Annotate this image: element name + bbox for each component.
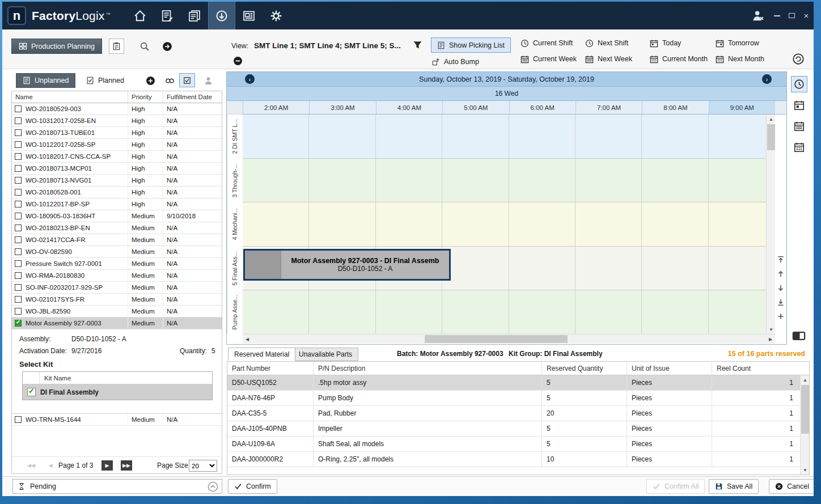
work-order-row[interactable]: WO-10122017-0258-SP High N/A (12, 139, 222, 151)
show-picking-list-button[interactable]: Show Picking List (431, 37, 511, 53)
material-scrollbar[interactable]: ▲ ▼ (800, 375, 809, 475)
work-order-row[interactable]: Pressure Switch 927-0001 Medium N/A (12, 258, 222, 270)
row-checkbox[interactable] (15, 248, 22, 255)
scroll-down-icon[interactable]: ▼ (767, 325, 776, 334)
auto-bump-button[interactable]: Auto Bump (432, 56, 479, 68)
move-up-icon[interactable] (776, 269, 785, 278)
column-fulfillment-date[interactable]: Fulfillment Date (163, 91, 222, 103)
cancel-button[interactable]: Cancel (769, 479, 814, 494)
confirm-button[interactable]: Confirm (228, 479, 277, 494)
row-checkbox[interactable] (15, 416, 22, 423)
row-checkbox[interactable] (15, 308, 22, 315)
row-checkbox[interactable] (15, 129, 22, 136)
row-checkbox[interactable] (15, 213, 22, 219)
row-checkbox[interactable] (15, 272, 22, 279)
nav-settings[interactable] (263, 2, 290, 29)
tab-unavailable-parts[interactable]: Unavailable Parts (293, 348, 358, 361)
work-order-row[interactable]: WO-20180713-TUBE01 High N/A (12, 127, 222, 139)
tomorrow-button[interactable]: Tomorrow (716, 37, 759, 49)
hour-header-cell[interactable]: 9:00 AM (709, 101, 775, 114)
view-value[interactable]: SMT Line 1; SMT Line 4; SMT Line 5; S... (254, 41, 401, 50)
material-row[interactable]: DAA-J000000R2 O-Ring, 2.25", all models … (227, 452, 809, 467)
today-button[interactable]: Today (650, 37, 681, 49)
material-row[interactable]: DAA-U109-6A Shaft Seal, all models 5 Pie… (227, 437, 809, 452)
gantt-horizontal-scrollbar[interactable]: ◀ ▶ (243, 334, 775, 344)
week-view-button[interactable] (791, 118, 807, 134)
next-range-icon[interactable]: › (762, 74, 772, 84)
pending-status-box[interactable]: Pending (12, 479, 222, 494)
gantt-resource-row[interactable]: 2 DI SMT L... (243, 115, 775, 159)
prev-page-button[interactable]: ◀ (45, 460, 56, 471)
gantt-vertical-scrollbar[interactable]: ▲ ▼ (766, 115, 775, 334)
row-checkbox[interactable] (15, 201, 22, 207)
current-shift-button[interactable]: Current Shift (520, 37, 573, 49)
current-week-button[interactable]: Current Week (520, 53, 577, 65)
hour-header-cell[interactable]: 4:00 AM (376, 101, 442, 114)
row-checkbox[interactable] (15, 117, 22, 124)
row-checkbox[interactable] (15, 225, 22, 231)
row-checkbox[interactable] (15, 284, 22, 291)
work-order-row[interactable]: WO-180905-03-1836HT Medium 9/10/2018 (12, 210, 222, 222)
work-order-row[interactable]: WO-20180713-MCP01 High N/A (12, 163, 222, 175)
material-row[interactable]: DAA-C35-5 Pad, Rubber 20 Pieces 1 (227, 406, 809, 421)
work-order-row[interactable]: WO-JBL-82590 Medium N/A (12, 306, 222, 317)
tab-reserved-material[interactable]: Reserved Material (228, 348, 295, 361)
maximize-button[interactable] (784, 2, 799, 29)
nav-worksheets[interactable] (154, 2, 181, 29)
work-order-row[interactable]: WO-20180528-001 High N/A (12, 187, 222, 198)
work-order-row[interactable]: SO-INF-02032017-929-SP Medium N/A (12, 282, 222, 294)
collapse-view-icon[interactable] (233, 56, 243, 66)
row-checkbox[interactable] (15, 320, 22, 327)
row-checkbox[interactable] (15, 177, 22, 184)
material-scroll-thumb[interactable] (801, 385, 809, 434)
tab-unplanned[interactable]: Unplanned (16, 73, 75, 88)
scroll-left-icon[interactable]: ◀ (243, 334, 252, 344)
row-checkbox[interactable] (15, 141, 22, 148)
panel-toggle-icon[interactable] (792, 331, 806, 341)
assign-user-icon[interactable] (203, 75, 213, 86)
hour-header-cell[interactable]: 5:00 AM (442, 101, 509, 114)
user-logout-icon[interactable] (747, 10, 769, 22)
work-order-row[interactable]: WO-20180713-NVG01 High N/A (12, 175, 222, 187)
shift-view-button[interactable] (791, 76, 807, 92)
column-reserved-quantity[interactable]: Reserved Quantity (542, 362, 627, 375)
goto-icon[interactable] (162, 41, 172, 52)
confirm-all-button[interactable]: Confirm All (646, 479, 705, 494)
kit-checkbox[interactable] (27, 388, 36, 396)
search-icon[interactable] (139, 41, 150, 52)
horizontal-scroll-thumb[interactable] (425, 335, 568, 343)
production-planning-button[interactable]: Production Planning (11, 39, 102, 54)
vertical-scroll-thumb[interactable] (767, 124, 775, 150)
material-row[interactable]: DAA-J105-40PNB Impeller 5 Pieces 1 (227, 421, 809, 437)
zoom-in-icon[interactable] (776, 312, 785, 321)
current-month-button[interactable]: Current Month (650, 53, 708, 65)
minimize-button[interactable] (769, 2, 784, 29)
page-size-select[interactable]: 20 (189, 460, 217, 472)
column-description[interactable]: P/N Description (314, 362, 542, 375)
board-button[interactable] (109, 39, 124, 54)
column-reel-count[interactable]: Reel Count (712, 362, 809, 375)
add-work-order-icon[interactable] (145, 75, 155, 86)
select-mode-button[interactable] (179, 73, 195, 87)
close-button[interactable]: × (799, 2, 814, 29)
save-all-button[interactable]: Save All (709, 479, 759, 494)
batch-block-handle[interactable] (245, 251, 281, 279)
row-checkbox[interactable] (15, 165, 22, 172)
work-order-row[interactable]: WO-TRN-MS-1644 Medium N/A (12, 414, 222, 426)
scroll-right-icon[interactable]: ▶ (766, 334, 775, 344)
work-order-row[interactable]: WO-10122017-BP-SP High N/A (12, 198, 222, 210)
column-name[interactable]: Name (12, 94, 128, 100)
row-checkbox[interactable] (15, 236, 22, 243)
work-order-row[interactable]: Motor Assembly 927-0003 Medium N/A (12, 317, 222, 329)
kit-row[interactable]: DI Final Assembly (23, 384, 212, 400)
column-unit-of-issue[interactable]: Unit of Issue (627, 362, 712, 375)
gantt-resource-row[interactable]: 4 Mechani... (243, 202, 775, 247)
gantt-resource-row[interactable]: 3 Through-... (243, 159, 775, 203)
column-part-number[interactable]: Part Number (227, 362, 314, 375)
hour-header-cell[interactable]: 8:00 AM (642, 101, 708, 114)
last-page-button[interactable]: ▶▶ (121, 460, 132, 471)
link-icon[interactable] (164, 75, 175, 86)
gantt-resource-row[interactable]: Pump Asse... (243, 290, 775, 334)
filter-icon[interactable] (413, 40, 422, 50)
work-order-row[interactable]: WO-021417CCA-FR Medium N/A (12, 234, 222, 246)
